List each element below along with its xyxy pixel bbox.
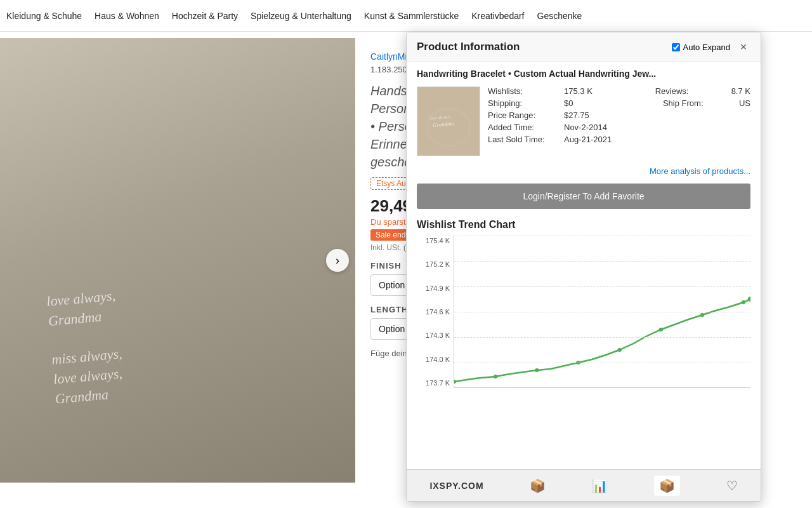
chart-title: Wishlist Trend Chart xyxy=(417,219,750,231)
thumbnail-image: love always, Grandma xyxy=(417,87,480,156)
wishlists-label: Wishlists: xyxy=(488,86,564,96)
toolbar-active-icon[interactable]: 📦 xyxy=(654,476,680,496)
modal-title: Product Information xyxy=(417,41,520,53)
nav-item-hochzeit[interactable]: Hochzeit & Party xyxy=(172,11,238,21)
toolbar-chart-icon[interactable]: 📊 xyxy=(592,478,608,493)
nav-item-kleidung[interactable]: Kleidung & Schuhe xyxy=(6,11,82,21)
y-label-1: 175.2 K xyxy=(417,260,450,268)
svg-point-11 xyxy=(742,300,746,304)
price-range-value: $27.75 xyxy=(564,110,589,120)
auto-expand-label: Auto Expand xyxy=(683,43,730,52)
last-sold-value: Aug-21-2021 xyxy=(564,135,612,144)
auto-expand-control[interactable]: Auto Expand xyxy=(672,43,730,52)
modal-header: Product Information Auto Expand × xyxy=(407,32,761,62)
svg-point-10 xyxy=(700,313,705,317)
toolbar-brand[interactable]: IXSPY.COM xyxy=(429,481,483,491)
chart-section: Wishlist Trend Chart 175.4 K 175.2 K 174… xyxy=(407,211,761,396)
thumb-svg: love always, Grandma xyxy=(417,86,480,156)
added-time-value: Nov-2-2014 xyxy=(564,123,607,132)
toolbar-heart-icon[interactable]: ♡ xyxy=(726,478,738,493)
login-register-button[interactable]: Login/Register To Add Favorite xyxy=(417,184,750,209)
svg-point-8 xyxy=(617,348,622,352)
modal-product-name: Handwriting Bracelet • Custom Actual Han… xyxy=(407,62,761,79)
nav-item-spielzeug[interactable]: Spielzeug & Unterhaltung xyxy=(251,11,351,21)
more-analysis-link[interactable]: More analysis of products... xyxy=(407,164,761,181)
ship-from-value: US xyxy=(739,98,750,108)
added-time-label: Added Time: xyxy=(488,123,564,132)
y-label-2: 174.9 K xyxy=(417,284,450,292)
nav-item-geschenke[interactable]: Geschenke xyxy=(537,11,582,21)
reviews-value: 8.7 K xyxy=(731,86,750,96)
svg-point-5 xyxy=(494,375,498,378)
product-info-modal: Product Information Auto Expand × Handwr… xyxy=(406,32,761,502)
next-arrow-button[interactable]: › xyxy=(326,249,349,272)
product-thumbnail: love always, Grandma xyxy=(417,86,480,156)
nav-bar: Kleidung & Schuhe Haus & Wohnen Hochzeit… xyxy=(0,0,812,32)
product-image-area: love always,Grandma miss always,love alw… xyxy=(0,38,355,483)
svg-point-9 xyxy=(659,328,664,331)
y-label-4: 174.3 K xyxy=(417,331,450,339)
bracelet-text: love always,Grandma miss always,love alw… xyxy=(46,286,126,410)
nav-item-haus[interactable]: Haus & Wohnen xyxy=(95,11,159,21)
bottom-toolbar: IXSPY.COM 📦 📊 📦 ♡ xyxy=(407,469,761,501)
product-metadata: Wishlists: 175.3 K Reviews: 8.7 K Shippi… xyxy=(488,86,750,156)
shipping-value: $0 xyxy=(564,98,573,108)
svg-point-6 xyxy=(535,368,539,372)
y-label-5: 174.0 K xyxy=(417,356,450,363)
y-label-6: 173.7 K xyxy=(417,379,450,387)
reviews-label: Reviews: xyxy=(655,86,731,96)
modal-close-button[interactable]: × xyxy=(737,40,750,54)
wishlists-value: 175.3 K xyxy=(564,86,593,96)
nav-item-kunst[interactable]: Kunst & Sammlerstücke xyxy=(364,11,459,21)
product-background xyxy=(0,38,355,483)
shipping-label: Shipping: xyxy=(488,98,564,108)
y-label-0: 175.4 K xyxy=(417,237,450,244)
price-range-label: Price Range: xyxy=(488,110,564,120)
toolbar-box-icon[interactable]: 📦 xyxy=(530,478,546,493)
svg-point-4 xyxy=(454,380,456,384)
last-sold-label: Last Sold Time: xyxy=(488,135,564,144)
product-detail-row: love always, Grandma Wishlists: 175.3 K … xyxy=(407,79,761,164)
modal-header-controls: Auto Expand × xyxy=(672,40,750,54)
nav-item-kreativ[interactable]: Kreativbedarf xyxy=(471,11,524,21)
ship-from-label: Ship From: xyxy=(663,98,739,108)
y-label-3: 174.6 K xyxy=(417,308,450,316)
auto-expand-checkbox[interactable] xyxy=(672,43,680,51)
